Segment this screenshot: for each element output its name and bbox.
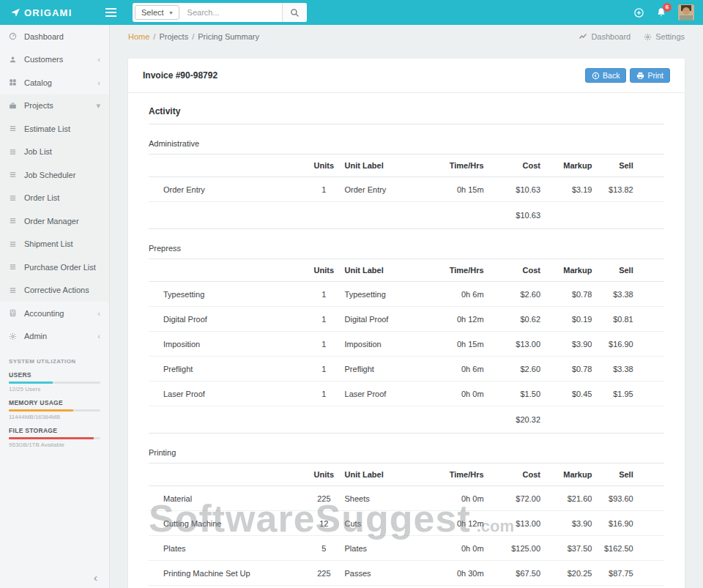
- admin-icon: [9, 332, 18, 340]
- sidebar-item-label: Shipment List: [24, 239, 73, 248]
- gear-icon: [644, 33, 652, 41]
- activity-units: 1: [303, 382, 344, 406]
- sidebar-item-corrective-actions[interactable]: Corrective Actions: [0, 279, 109, 302]
- activity-name: Laser Proof: [149, 382, 303, 406]
- printer-icon: [636, 72, 644, 80]
- chart-line-icon: [579, 32, 587, 41]
- activity-markup: $0.19: [540, 307, 592, 332]
- activity-name: Printing Machine Set Up: [149, 561, 303, 586]
- activity-unit_label: Order Entry: [345, 177, 428, 202]
- activity-cost: $72.00: [484, 486, 540, 511]
- sidebar-item-purchase-order-list[interactable]: Purchase Order List: [0, 256, 109, 279]
- activity-cost: $1.50: [484, 382, 540, 406]
- metric-label: USERS: [9, 371, 100, 379]
- column-header: Markup: [540, 259, 592, 282]
- column-header: Unit Label: [345, 259, 428, 282]
- activity-time: 0h 0m: [427, 486, 483, 511]
- breadcrumb-home-link[interactable]: Home: [128, 32, 149, 41]
- activity-unit_label: Preflight: [345, 357, 428, 382]
- app-logo[interactable]: ORIGAMI: [0, 7, 101, 18]
- activity-section: AdministrativeUnitsUnit LabelTime/HrsCos…: [149, 139, 664, 229]
- sidebar-item-job-scheduler[interactable]: Job Scheduler: [0, 163, 109, 187]
- print-button[interactable]: Print: [630, 68, 670, 83]
- activity-cost: $2.60: [484, 357, 540, 382]
- activity-cost: $125.00: [484, 536, 540, 561]
- hamburger-icon[interactable]: [105, 8, 116, 17]
- sidebar-item-dashboard[interactable]: Dashboard: [0, 25, 109, 48]
- sidebar-item-job-list[interactable]: Job List: [0, 141, 109, 164]
- avatar[interactable]: [678, 4, 694, 21]
- topbar: ORIGAMI Select ▾ 6: [0, 0, 703, 25]
- activity-unit_label: Cuts: [345, 511, 428, 536]
- sidebar-item-customers[interactable]: Customers‹: [0, 48, 109, 72]
- origami-bird-icon: [10, 7, 21, 18]
- search-input[interactable]: [182, 3, 282, 22]
- dashboard-link-label: Dashboard: [591, 32, 631, 41]
- activity-time: 0h 12m: [427, 307, 483, 332]
- back-button-label: Back: [603, 71, 620, 80]
- activity-time: 0h 15m: [427, 332, 483, 357]
- section-subtotal-row: $20.32: [149, 406, 664, 433]
- list-icon: [9, 171, 18, 179]
- sidebar-item-estimate-list[interactable]: Estimate List: [0, 117, 109, 141]
- column-header: Unit Label: [345, 155, 428, 177]
- sidebar-item-label: Projects: [24, 101, 53, 110]
- plus-circle-icon[interactable]: [633, 7, 644, 18]
- sidebar-nav: DashboardCustomers‹Catalog‹Projects▾Esti…: [0, 25, 109, 348]
- sidebar-item-order-manager[interactable]: Order Manager: [0, 209, 109, 233]
- sidebar-item-accounting[interactable]: Accounting‹: [0, 302, 109, 325]
- sidebar-item-label: Order Manager: [24, 217, 79, 226]
- activity-markup: $7.10: [540, 586, 592, 588]
- search-group: Select ▾: [133, 3, 307, 22]
- column-header: Sell: [592, 155, 633, 177]
- sidebar-item-admin[interactable]: Admin‹: [0, 325, 109, 349]
- metric-value: 11444MB/16384MB: [9, 414, 100, 420]
- sidebar: DashboardCustomers‹Catalog‹Projects▾Esti…: [0, 25, 110, 588]
- breadcrumb-projects-link[interactable]: Projects: [159, 32, 188, 41]
- list-icon: [9, 124, 18, 133]
- sidebar-collapse-button[interactable]: ‹: [94, 571, 97, 584]
- activity-markup: $3.19: [540, 177, 592, 202]
- activity-row: Typesetting1Typesetting0h 6m$2.60$0.78$3…: [149, 282, 664, 307]
- breadcrumb-current: Pricing Summary: [198, 32, 259, 41]
- activity-unit_label: Sheets: [345, 486, 428, 511]
- activity-markup: $0.78: [540, 282, 592, 307]
- breadcrumb-separator: /: [192, 32, 194, 41]
- activity-row: Imposition1Imposition0h 15m$13.00$3.90$1…: [149, 332, 664, 357]
- utilization-metric: USERS12/25 Users: [9, 371, 100, 392]
- section-title: Administrative: [149, 139, 664, 155]
- search-button[interactable]: [282, 3, 307, 22]
- activity-markup: $3.90: [540, 511, 592, 536]
- activity-time: 0h 6m: [427, 357, 483, 382]
- back-button[interactable]: Back: [585, 68, 626, 83]
- activity-sell: $3.38: [592, 357, 633, 382]
- activity-table: UnitsUnit LabelTime/HrsCostMarkupSellMat…: [149, 464, 664, 588]
- activity-cost: $67.50: [484, 561, 540, 586]
- activity-markup: $0.78: [540, 357, 592, 382]
- activity-sell: $1.95: [592, 382, 633, 406]
- activity-row: Printing Machine Run Time225Passes0h 17m…: [149, 586, 664, 588]
- notifications-button[interactable]: 6: [656, 7, 666, 18]
- activity-unit_label: Plates: [345, 536, 428, 561]
- list-icon: [9, 217, 18, 225]
- sidebar-item-label: Job Scheduler: [24, 171, 75, 179]
- column-header: Time/Hrs: [427, 259, 483, 282]
- activity-name: Cutting Machine: [149, 511, 303, 536]
- activity-row: Order Entry1Order Entry0h 15m$10.63$3.19…: [149, 177, 664, 202]
- sidebar-item-catalog[interactable]: Catalog‹: [0, 71, 109, 94]
- select-dropdown[interactable]: Select ▾: [135, 5, 179, 20]
- settings-link[interactable]: Settings: [644, 32, 685, 41]
- dashboard-link[interactable]: Dashboard: [579, 32, 631, 41]
- sidebar-item-projects[interactable]: Projects▾: [0, 94, 109, 118]
- system-utilization-panel: SYSTEM UTILIZATION USERS12/25 UsersMEMOR…: [0, 348, 109, 448]
- list-icon: [9, 148, 18, 156]
- utilization-metric: MEMORY USAGE11444MB/16384MB: [9, 399, 100, 420]
- sidebar-item-label: Dashboard: [24, 32, 64, 41]
- chevron-left-icon: ‹: [97, 309, 100, 318]
- sidebar-item-order-list[interactable]: Order List: [0, 187, 109, 210]
- sidebar-item-shipment-list[interactable]: Shipment List: [0, 233, 109, 256]
- activity-time: 0h 15m: [427, 177, 483, 202]
- invoice-title: Invoice #90-98792: [143, 70, 217, 81]
- metric-label: MEMORY USAGE: [9, 399, 100, 406]
- sidebar-item-label: Estimate List: [24, 124, 70, 133]
